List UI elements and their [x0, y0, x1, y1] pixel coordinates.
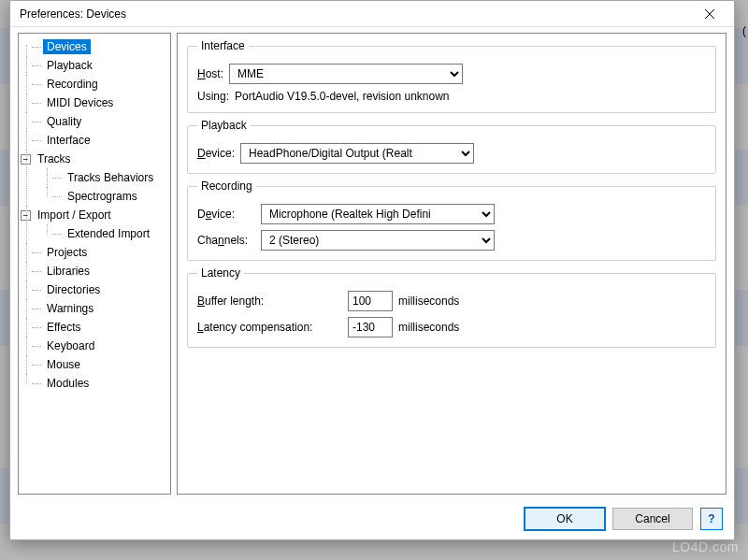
tree-item-projects[interactable]: Projects: [21, 243, 168, 262]
close-button[interactable]: [691, 4, 728, 24]
buffer-units: milliseconds: [398, 294, 459, 308]
tree-item-midi-devices[interactable]: MIDI Devices: [21, 93, 168, 112]
host-combo[interactable]: MME: [229, 64, 463, 84]
preferences-dialog: Preferences: Devices Devices Playback Re…: [9, 0, 735, 540]
tree-item-directories[interactable]: Directories: [21, 280, 168, 299]
channels-label: Channels:: [197, 234, 255, 247]
tree-item-modules[interactable]: Modules: [21, 374, 168, 393]
group-playback-legend: Playback: [197, 119, 251, 132]
tree-item-interface[interactable]: Interface: [21, 131, 168, 150]
channels-combo[interactable]: 2 (Stereo): [261, 230, 495, 251]
tree-item-warnings[interactable]: Warnings: [21, 299, 168, 318]
host-label: Host:: [197, 67, 223, 80]
using-value: PortAudio V19.5.0-devel, revision unknow…: [235, 90, 449, 103]
group-playback: Playback Device: HeadPhone/Digital Outpu…: [187, 119, 716, 174]
using-label: Using:: [197, 90, 229, 103]
close-icon: [705, 9, 714, 19]
buffer-length-label: Buffer length:: [197, 294, 342, 308]
dialog-buttons: OK Cancel ?: [10, 500, 734, 539]
tree-item-mouse[interactable]: Mouse: [21, 355, 168, 374]
playback-device-label: Device:: [197, 147, 235, 160]
tree-item-keyboard[interactable]: Keyboard: [21, 337, 168, 355]
watermark: LO4D.com: [672, 539, 739, 554]
help-button[interactable]: ?: [700, 508, 723, 530]
tree-item-tracks[interactable]: −Tracks: [21, 150, 168, 168]
recording-device-combo[interactable]: Microphone (Realtek High Defini: [261, 204, 495, 224]
latency-compensation-label: Latency compensation:: [197, 321, 342, 334]
group-recording-legend: Recording: [197, 179, 256, 193]
tree-item-recording[interactable]: Recording: [21, 75, 168, 93]
ok-button[interactable]: OK: [525, 508, 605, 530]
tree-item-extended-import[interactable]: Extended Import: [21, 224, 168, 243]
tree-item-quality[interactable]: Quality: [21, 112, 168, 131]
settings-panel: Interface Host: MME Using: PortAudio V19…: [177, 33, 726, 495]
tree-item-spectrograms[interactable]: Spectrograms: [21, 187, 168, 206]
comp-units: milliseconds: [398, 321, 459, 334]
tree-item-tracks-behaviors[interactable]: Tracks Behaviors: [21, 168, 168, 187]
group-latency-legend: Latency: [197, 266, 244, 280]
tree-item-import-export[interactable]: −Import / Export: [21, 206, 168, 224]
group-interface-legend: Interface: [197, 39, 249, 52]
latency-compensation-input[interactable]: [348, 317, 393, 337]
tree-item-effects[interactable]: Effects: [21, 318, 168, 337]
buffer-length-input[interactable]: [348, 291, 393, 311]
recording-device-label: Deevice:vice:: [197, 208, 255, 221]
collapse-icon[interactable]: −: [21, 210, 31, 221]
collapse-icon[interactable]: −: [21, 154, 31, 165]
category-tree[interactable]: Devices Playback Recording MIDI Devices …: [18, 33, 171, 495]
group-recording: Recording Deevice:vice: Microphone (Real…: [187, 179, 716, 261]
tree-item-libraries[interactable]: Libraries: [21, 262, 168, 280]
playback-device-combo[interactable]: HeadPhone/Digital Output (Realt: [240, 143, 474, 164]
group-latency: Latency Buffer length: milliseconds Late…: [187, 266, 716, 348]
tree-item-devices[interactable]: Devices: [21, 37, 168, 56]
cancel-button[interactable]: Cancel: [612, 508, 693, 530]
titlebar[interactable]: Preferences: Devices: [10, 1, 734, 27]
tree-item-playback[interactable]: Playback: [21, 56, 168, 75]
background-char: (: [742, 24, 746, 37]
group-interface: Interface Host: MME Using: PortAudio V19…: [187, 39, 716, 113]
window-title: Preferences: Devices: [20, 7, 691, 21]
